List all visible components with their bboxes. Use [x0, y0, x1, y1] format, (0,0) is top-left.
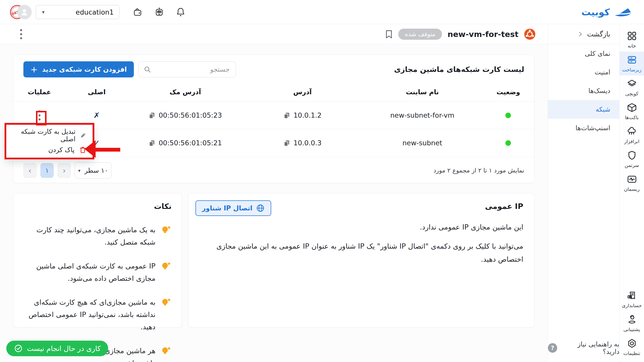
col-primary: اصلی: [65, 88, 128, 96]
search-icon: [144, 66, 151, 73]
help-label: به راهنمایی نیاز دارید؟: [560, 340, 619, 355]
vm-header: new-vm-for-test متوقف شده: [0, 24, 548, 44]
main-rail: خانه زیرساخت کوبچی باکت‌ها ابرافزار سرتم…: [619, 24, 644, 362]
notifications-bell-icon[interactable]: [176, 7, 185, 17]
cloud-service-icon: [627, 126, 637, 137]
ip-address: 10.0.1.2: [294, 111, 322, 119]
ubuntu-os-icon: [524, 28, 536, 40]
menu-item-delete[interactable]: پاک کردن: [6, 143, 94, 157]
row-context-menu: تبدیل به کارت شبکه اصلی پاک کردن: [6, 125, 94, 160]
nic-table-header: وضعیت نام سابنت آدرس آدرس مک اصلی عملیات: [13, 82, 534, 102]
brand-name: کوبیت: [581, 7, 610, 18]
question-icon: ?: [548, 343, 557, 353]
bookmark-icon[interactable]: [385, 30, 393, 39]
copy-icon[interactable]: [284, 140, 290, 146]
rail-item-sertman[interactable]: سرتمن: [620, 147, 644, 171]
rail-item-risman[interactable]: ریسمان: [620, 171, 644, 195]
public-ip-card: IP عمومی این ماشین مجازی IP عمومی ندارد.…: [188, 193, 535, 328]
rail-item-settings[interactable]: تنظیمات: [620, 335, 644, 359]
mac-address: 00:50:56:01:05:21: [159, 139, 222, 147]
menu-item-make-primary[interactable]: تبدیل به کارت شبکه اصلی: [6, 128, 94, 143]
wallet-icon[interactable]: [133, 7, 143, 17]
subnet-name: new-subnet-for-vm: [390, 111, 454, 119]
col-mac: آدرس مک: [128, 88, 243, 96]
task-status-pill: کاری در حال انجام نیست: [6, 341, 108, 356]
col-subnet: نام سابنت: [363, 88, 482, 96]
status-dot: [505, 140, 511, 146]
rail-item-abrafzar[interactable]: ابرافزار: [620, 123, 644, 147]
public-ip-empty-text: این ماشین مجازی IP عمومی ندارد.: [199, 221, 523, 234]
robot-assistant-icon[interactable]: [154, 7, 164, 17]
pulse-card-icon: [627, 174, 637, 185]
chevron-down-icon: ▾: [78, 168, 80, 173]
list-item: به ماشین مجازی‌ای که هیچ کارت شبکه‌ای ند…: [23, 296, 172, 333]
subnav-item-overview[interactable]: نمای کلی: [548, 44, 619, 63]
nic-search: [138, 61, 236, 77]
subnav-item-security[interactable]: امنیت: [548, 63, 619, 81]
brand-logo[interactable]: کوبیت: [581, 0, 633, 24]
col-actions: عملیات: [13, 88, 65, 96]
subnav-item-network[interactable]: شبکه: [548, 100, 619, 119]
pagination-controls: ‹ ۱ › ۱۰ سطر ▾: [23, 162, 111, 178]
page-size-dropdown[interactable]: ۱۰ سطر ▾: [75, 162, 111, 178]
notes-title: نکات: [23, 202, 172, 211]
copy-icon[interactable]: [149, 112, 155, 119]
primary-flag: ✓: [94, 139, 100, 147]
vm-subnav: بازگشت نمای کلی امنیت دیسک‌ها شبکه اسنپ‌…: [548, 24, 619, 362]
content-body: لیست کارت شبکه‌های ماشین مجازی افزودن کا…: [0, 44, 548, 362]
prev-page-button[interactable]: ‹: [23, 163, 36, 178]
copy-icon[interactable]: [284, 112, 290, 119]
bottom-cards-row: IP عمومی این ماشین مجازی IP عمومی ندارد.…: [13, 193, 535, 328]
attach-floating-ip-button[interactable]: اتصال IP شناور: [195, 200, 271, 216]
rail-item-buckets[interactable]: باکت‌ها: [620, 99, 644, 123]
boat-logo-icon: [613, 6, 633, 18]
content-area: new-vm-for-test متوقف شده لیست کارت شبکه…: [0, 24, 548, 362]
col-address: آدرس: [243, 88, 362, 96]
subnav-item-disks[interactable]: دیسک‌ها: [548, 81, 619, 100]
vm-header-kebab-menu[interactable]: [19, 28, 24, 41]
rail-item-infrastructure[interactable]: زیرساخت: [620, 52, 644, 75]
globe-icon: [256, 204, 265, 212]
lightbulb-tip-icon: [160, 260, 172, 272]
nic-toolbar: لیست کارت شبکه‌های ماشین مجازی افزودن کا…: [13, 55, 534, 82]
back-button[interactable]: بازگشت: [548, 24, 619, 44]
check-circle-icon: [14, 344, 23, 353]
topbar-left-cluster: DEMO ▾ education1: [10, 0, 185, 24]
rail-item-kubchi[interactable]: کوبچی: [620, 75, 644, 99]
back-label: بازگشت: [587, 30, 610, 38]
list-item: IP عمومی به کارت شبکه‌ی اصلی ماشین مجازی…: [23, 260, 172, 285]
row-actions-kebab[interactable]: [36, 108, 43, 122]
nic-toolbar-controls: افزودن کارت شبکه‌ی جدید +: [23, 61, 236, 77]
rail-item-home[interactable]: خانه: [620, 28, 644, 52]
rail-item-support[interactable]: پشتیبانی: [620, 311, 644, 335]
plus-icon: +: [30, 65, 38, 74]
shield-icon: [627, 150, 637, 161]
search-input[interactable]: [139, 62, 236, 77]
rail-item-accounting[interactable]: حسابداری: [620, 287, 644, 311]
avatar[interactable]: [17, 5, 32, 19]
trash-icon: [79, 146, 87, 154]
app-root: DEMO ▾ education1: [0, 0, 644, 362]
mac-address: 00:50:56:01:05:23: [159, 111, 222, 119]
rail-bottom-group: حسابداری پشتیبانی تنظیمات: [620, 287, 644, 359]
current-page-button[interactable]: ۱: [41, 163, 54, 178]
help-link[interactable]: به راهنمایی نیاز دارید؟ ?: [548, 340, 619, 355]
subnav-item-snapshots[interactable]: اسنپ‌شات‌ها: [548, 119, 619, 137]
page-size-value: ۱۰ سطر: [85, 167, 108, 174]
pagination-summary: نمایش مورد ۱ تا ۲ از مجموع ۲ مورد: [433, 167, 524, 174]
public-ip-hint-text: می‌توانید با کلیک بر روی دکمه‌ی "اتصال I…: [199, 240, 523, 266]
bucket-cube-icon: [627, 102, 637, 113]
pagination: نمایش مورد ۱ تا ۲ از مجموع ۲ مورد ‹ ۱ › …: [13, 157, 534, 178]
add-nic-button[interactable]: افزودن کارت شبکه‌ی جدید +: [23, 61, 134, 77]
topbar-icons: [133, 7, 185, 17]
task-status-label: کاری در حال انجام نیست: [27, 344, 101, 353]
copy-icon[interactable]: [149, 140, 155, 146]
chevron-down-icon: ▾: [42, 9, 45, 15]
list-item: به یک ماشین مجازی، می‌توانید چند کارت شب…: [23, 224, 172, 248]
workspace-dropdown[interactable]: ▾ education1: [36, 5, 119, 19]
support-person-icon: [627, 314, 637, 325]
subnet-name: new-subnet: [403, 139, 442, 147]
notes-card: نکات به یک ماشین مجازی، می‌توانید چند کا…: [13, 193, 182, 328]
next-page-button[interactable]: ›: [58, 163, 71, 178]
user-icon: [20, 8, 29, 16]
